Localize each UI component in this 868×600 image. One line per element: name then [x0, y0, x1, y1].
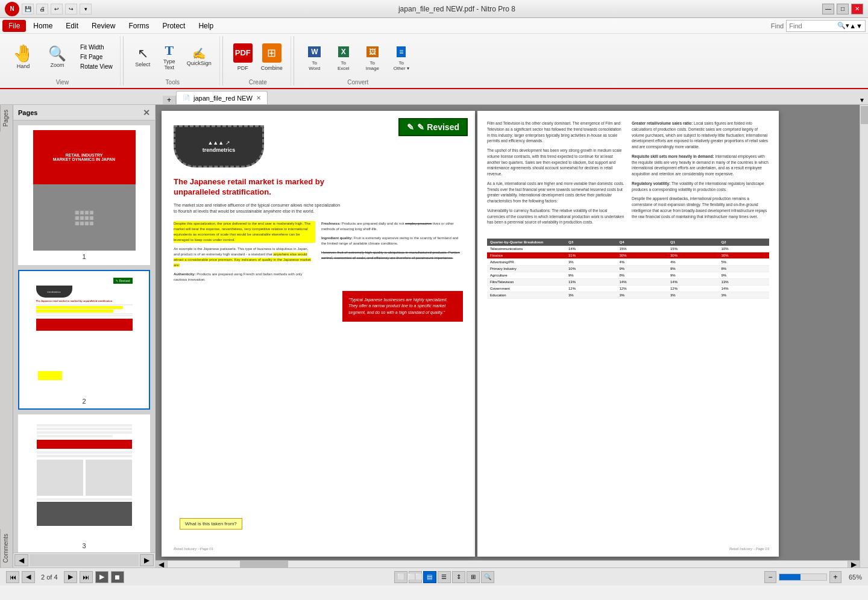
menu-home[interactable]: Home [27, 20, 58, 32]
menu-forms[interactable]: Forms [122, 20, 155, 32]
maximize-button[interactable]: □ [837, 4, 849, 14]
ribbon: File Home Edit Review Forms Protect Help… [0, 18, 868, 89]
status-bar: ⏮ ◀ 2 of 4 ▶ ⏭ ▶ ⏹ ⬜ ⬜⬜ ▤ ☰ ⇕ ⊞ 🔍 − + 65… [0, 567, 868, 586]
pdf-tab-icon: 📄 [183, 95, 190, 101]
col1-para1: Despite this specialization, the price d… [174, 221, 315, 243]
zoom-tool[interactable]: 🔍 Zoom [39, 45, 75, 70]
minimize-button[interactable]: — [822, 4, 834, 14]
pdf-page-left: ✎ ✎ Revised ▲▲▲ ↗ trendmetrics The Japan… [162, 111, 475, 557]
search-input[interactable] [789, 22, 837, 30]
view-scroll[interactable]: ⇕ [452, 571, 465, 583]
sidebar-scroll-left[interactable]: ◀ [14, 554, 28, 566]
quick-access-print[interactable]: 🖨 [36, 4, 48, 14]
quicksign-tool[interactable]: ✍ QuickSign [184, 46, 215, 68]
play-btn[interactable]: ▶ [95, 571, 108, 583]
tab-close-btn[interactable]: ✕ [256, 95, 261, 101]
pdf-col1: Despite this specialization, the price d… [174, 221, 315, 285]
h-scroll-right[interactable]: ▶ [848, 561, 860, 568]
pdf-two-cols: Despite this specialization, the price d… [174, 221, 463, 285]
table-header-q1: Q1 [667, 239, 719, 246]
fit-width-btn[interactable]: Fit Width [78, 43, 115, 52]
vertical-scrollbar[interactable] [860, 105, 868, 567]
to-excel-label: ToExcel [338, 60, 350, 71]
col2-para1: Freshness: Products are prepared daily a… [321, 221, 463, 232]
rotate-view-btn[interactable]: Rotate View [78, 62, 115, 71]
to-word-label: ToWord [309, 60, 320, 71]
pdf-page-right: Film and Television is the other clearly… [477, 111, 779, 557]
page-thumb-1[interactable]: RETAIL INDUSTRYMARKET DYNAMICS IN JAPAN … [18, 125, 150, 265]
view-zoom-out2[interactable]: 🔍 [481, 571, 494, 583]
menu-edit[interactable]: Edit [60, 20, 84, 32]
quick-access-save[interactable]: 💾 [22, 4, 34, 14]
view-spread[interactable]: ▤ [423, 571, 436, 583]
menu-protect[interactable]: Protect [156, 20, 191, 32]
col2-para3: However, fruit of extremely high quality… [321, 250, 463, 261]
sidebar-close-btn[interactable]: ✕ [143, 108, 150, 117]
rp-text4: Vulnerability to currency fluctuations: … [487, 208, 624, 225]
thumb3-col1 [37, 460, 83, 496]
fit-page-btn[interactable]: Fit Page [78, 52, 115, 61]
h-scroll-left[interactable]: ◀ [156, 561, 168, 568]
quote-text: "Typical Japanese businesses are highly … [348, 298, 447, 314]
scrollbar-thumb[interactable] [861, 106, 868, 124]
view-double[interactable]: ⬜⬜ [409, 571, 422, 583]
rp-text1: Film and Television is the other clearly… [487, 120, 624, 144]
to-image-tool[interactable]: 🖼 ToImage [359, 42, 386, 72]
view-continuous[interactable]: ☰ [438, 571, 451, 583]
zoom-slider-fill [779, 574, 800, 580]
sidebar-scroll-right[interactable]: ▶ [140, 554, 154, 566]
nav-next[interactable]: ▶ [64, 571, 77, 583]
quick-access-more[interactable]: ▾ [80, 4, 92, 14]
zoom-in-btn[interactable]: + [829, 571, 841, 583]
menu-help[interactable]: Help [192, 20, 219, 32]
quicksign-label: QuickSign [187, 60, 212, 66]
menu-file[interactable]: File [2, 20, 26, 32]
zoom-slider[interactable] [779, 573, 827, 581]
view-single[interactable]: ⬜ [394, 571, 407, 583]
tab-new-btn[interactable]: + [163, 96, 176, 104]
nav-last[interactable]: ⏭ [80, 571, 93, 583]
to-excel-tool[interactable]: X ToExcel [330, 42, 357, 72]
thumb2-line2 [36, 313, 133, 314]
hand-label: Hand [17, 63, 30, 69]
pdf-tool[interactable]: PDF PDF [230, 42, 256, 73]
combine-tool[interactable]: ⊞ Combine [258, 42, 286, 73]
search-icon[interactable]: 🔍 [837, 22, 846, 30]
to-other-icon: ≡ [391, 43, 412, 60]
thumb2-quote [36, 319, 133, 331]
nav-prev[interactable]: ◀ [22, 571, 35, 583]
combine-icon: ⊞ [262, 43, 281, 63]
page-thumb-3[interactable]: 3 [18, 414, 150, 552]
search-next[interactable]: ▼ [856, 22, 863, 30]
h-scroll-thumb[interactable] [240, 561, 288, 567]
comments-vtab[interactable]: Comments [0, 529, 13, 567]
pdf-label: PDF [237, 65, 248, 71]
annotation-bubble[interactable]: What is this taken from? [180, 518, 242, 530]
menu-review[interactable]: Review [86, 20, 121, 32]
tab-japan-file[interactable]: 📄 japan_file_red NEW ✕ [176, 91, 268, 104]
thumb3-l6 [37, 455, 132, 457]
stop-btn[interactable]: ⏹ [111, 571, 124, 583]
quick-access-undo[interactable]: ↩ [51, 4, 63, 14]
to-image-icon: 🖼 [362, 43, 383, 60]
to-other-tool[interactable]: ≡ ToOther ▾ [388, 42, 415, 72]
quick-access-redo[interactable]: ↪ [65, 4, 77, 14]
tab-scroll-right[interactable]: ▾ [856, 96, 868, 104]
close-button[interactable]: ✕ [851, 4, 863, 14]
thumb3-l3 [37, 431, 132, 434]
select-tool[interactable]: ↖ Select [131, 45, 155, 69]
pages-vtab[interactable]: Pages [0, 105, 13, 131]
sidebar-main: Pages ✕ RETAIL INDUSTRYMARKET DYNAMICS I… [13, 105, 155, 567]
search-prev[interactable]: ▲ [849, 22, 856, 30]
hand-tool[interactable]: 🤚 Hand [10, 43, 37, 71]
nav-first[interactable]: ⏮ [6, 571, 19, 583]
type-text-tool[interactable]: T TypeText [157, 42, 181, 72]
page-thumb-2[interactable]: ✎ Revised trendmetrics The Japanese reta… [18, 270, 150, 410]
thumb2-revised: ✎ Revised [113, 278, 132, 284]
to-word-tool[interactable]: W ToWord [301, 42, 328, 72]
revised-stamp: ✎ ✎ Revised [398, 118, 468, 136]
zoom-out-btn[interactable]: − [764, 571, 776, 583]
hand-icon: 🤚 [13, 45, 34, 62]
title-bar-controls: — □ ✕ [822, 4, 863, 14]
view-fit[interactable]: ⊞ [467, 571, 480, 583]
